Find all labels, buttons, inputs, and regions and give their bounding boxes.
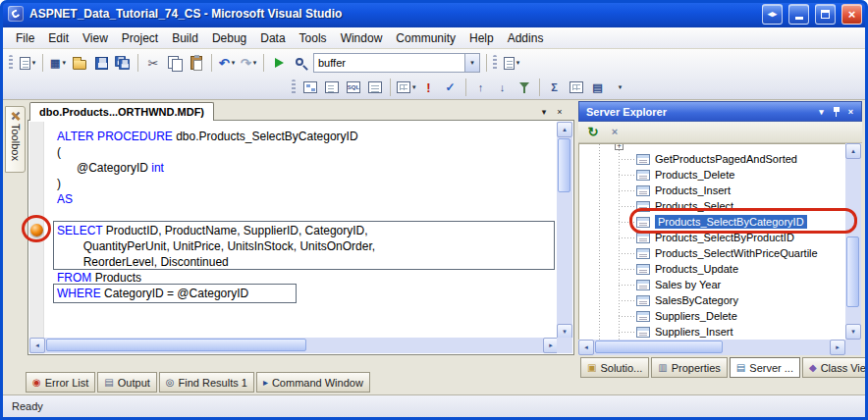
tab-output[interactable]: ▤Output (97, 372, 156, 393)
toolbox-tab[interactable]: Toolbox (5, 106, 26, 173)
tree-item-salesbycategory[interactable]: SalesByCategory (579, 292, 845, 308)
save-all-button[interactable] (112, 52, 134, 74)
toolbar-grip[interactable] (292, 79, 296, 95)
scrollbar-thumb[interactable] (846, 236, 859, 307)
document-list-button[interactable]: ▾ (537, 105, 551, 119)
scrollbar-thumb[interactable] (595, 341, 723, 353)
toolbar-overflow-button[interactable]: ▾ (609, 77, 630, 98)
open-folder-icon (73, 60, 86, 70)
tree-item-suppliers-insert[interactable]: Suppliers_Insert (579, 324, 845, 340)
tree-horizontal-scrollbar[interactable]: ◂ ▸ (578, 340, 845, 355)
tree-item-products-selectbycategoryid[interactable]: Products_SelectByCategoryID (579, 214, 845, 230)
close-button[interactable]: × (841, 4, 862, 25)
document-tab[interactable]: dbo.Products...ORTHWND.MDF) (29, 102, 214, 121)
tree-item-products-delete[interactable]: Products_Delete (579, 167, 845, 183)
menu-item-view[interactable]: View (76, 28, 115, 48)
menu-item-help[interactable]: Help (462, 28, 501, 48)
code-area[interactable]: ALTER PROCEDURE dbo.Products_SelectByCat… (57, 129, 375, 301)
menu-item-file[interactable]: File (9, 28, 41, 48)
show-criteria-pane-button[interactable] (321, 77, 343, 98)
minimize-button[interactable] (788, 4, 809, 25)
menu-item-community[interactable]: Community (389, 28, 462, 48)
toolbar-grip[interactable] (493, 55, 497, 71)
menu-item-tools[interactable]: Tools (293, 28, 334, 48)
toolbar-grip[interactable] (9, 55, 13, 71)
menu-item-edit[interactable]: Edit (41, 28, 76, 48)
window-position-button[interactable]: ▾ (814, 104, 829, 119)
combo-dropdown-button[interactable]: ▾ (464, 54, 479, 72)
menu-item-addins[interactable]: Addins (501, 28, 551, 48)
menu-item-project[interactable]: Project (115, 28, 165, 48)
properties-window-button[interactable]: ▤ (587, 77, 609, 98)
tree-item-products-insert[interactable]: Products_Insert (579, 183, 845, 198)
scroll-right-button[interactable]: ▸ (830, 340, 845, 355)
tree-item-sales-by-year[interactable]: Sales by Year (579, 277, 845, 292)
sort-ascending-button[interactable]: ↑ (470, 77, 492, 98)
verify-sql-button[interactable]: ✓ (440, 77, 461, 98)
add-table-button[interactable] (566, 77, 587, 98)
scrollbar-thumb[interactable] (46, 339, 306, 351)
tab-classview[interactable]: ◆Class View (802, 357, 868, 378)
tab-server[interactable]: ▤Server ... (730, 357, 800, 378)
tab-solutio[interactable]: ▣Solutio... (580, 357, 649, 378)
close-document-button[interactable]: × (553, 105, 567, 119)
tab-commandwindow[interactable]: ▸Command Window (256, 372, 370, 393)
sort-descending-button[interactable]: ↓ (492, 77, 514, 98)
new-project-button[interactable]: ▾ (17, 52, 38, 74)
server-explorer-tree[interactable]: + GetProductsPagedAndSortedProducts_Dele… (578, 143, 845, 340)
maximize-button[interactable] (815, 4, 836, 25)
show-diagram-pane-button[interactable] (299, 77, 321, 98)
tab-errorlist[interactable]: ◉Error List (26, 372, 95, 393)
tree-item-products-select[interactable]: Products_Select (579, 198, 845, 214)
remove-filter-button[interactable] (514, 77, 535, 98)
tab-findresults1[interactable]: ◎Find Results 1 (159, 372, 254, 393)
group-by-button[interactable]: Σ (544, 77, 566, 98)
paste-button[interactable] (186, 52, 207, 74)
menu-item-window[interactable]: Window (334, 28, 390, 48)
show-results-pane-button[interactable] (364, 77, 386, 98)
tree-item-suppliers-delete[interactable]: Suppliers_Delete (579, 308, 845, 324)
scrollbar-thumb[interactable] (558, 138, 570, 192)
change-type-button[interactable]: ▾ (395, 77, 418, 98)
stop-refresh-button[interactable]: × (604, 122, 625, 143)
tree-item-label: Products_Insert (655, 184, 731, 196)
tree-item-products-selectbyproductid[interactable]: Products_SelectByProductID (579, 230, 845, 245)
scroll-down-button[interactable]: ▾ (845, 324, 861, 340)
refresh-button[interactable]: ↻ (582, 122, 604, 143)
find-button[interactable] (290, 52, 311, 74)
code-line: ) (57, 176, 375, 191)
tree-vertical-scrollbar[interactable]: ▴ ▾ (845, 143, 861, 340)
scroll-up-button[interactable]: ▴ (557, 122, 572, 137)
menu-item-build[interactable]: Build (165, 28, 205, 48)
arrow-up-icon: ▴ (851, 147, 855, 155)
toolbar-options-button[interactable]: ▾ (501, 52, 522, 74)
tree-item-products-selectwithpricequartile[interactable]: Products_SelectWithPriceQuartile (579, 245, 845, 261)
editor-horizontal-scrollbar[interactable]: ◂ ▸ (29, 338, 559, 353)
status-text: Ready (12, 400, 43, 412)
menu-item-data[interactable]: Data (253, 28, 292, 48)
server-explorer-titlebar[interactable]: Server Explorer ▾ × (578, 101, 862, 122)
auto-hide-button[interactable] (829, 104, 843, 119)
copy-button[interactable] (164, 52, 186, 74)
add-item-button[interactable]: ▦▾ (47, 52, 69, 74)
cut-button[interactable]: ✂ (142, 52, 164, 74)
open-file-button[interactable] (69, 52, 90, 74)
editor-vertical-scrollbar[interactable]: ▴ ▾ (557, 122, 572, 340)
window-nav-button[interactable]: ◂▸ (762, 4, 783, 25)
start-debugging-button[interactable] (268, 52, 290, 74)
scroll-left-button[interactable]: ◂ (29, 338, 45, 353)
scroll-up-button[interactable]: ▴ (845, 143, 861, 159)
scroll-left-button[interactable]: ◂ (578, 340, 594, 355)
tree-item-getproductspagedandsorted[interactable]: GetProductsPagedAndSorted (579, 151, 845, 167)
tree-expander-icon[interactable]: + (615, 143, 624, 150)
tab-properties[interactable]: ▥Properties (651, 357, 728, 378)
undo-button[interactable]: ↶▾ (216, 52, 238, 74)
close-panel-button[interactable]: × (843, 104, 858, 119)
redo-button[interactable]: ↷▾ (238, 52, 259, 74)
find-combo[interactable]: buffer ▾ (313, 53, 480, 73)
execute-sql-button[interactable]: ! (418, 77, 440, 98)
show-sql-pane-button[interactable] (343, 77, 364, 98)
tree-item-products-update[interactable]: Products_Update (579, 261, 845, 277)
save-button[interactable] (90, 52, 112, 74)
menu-item-debug[interactable]: Debug (205, 28, 253, 48)
